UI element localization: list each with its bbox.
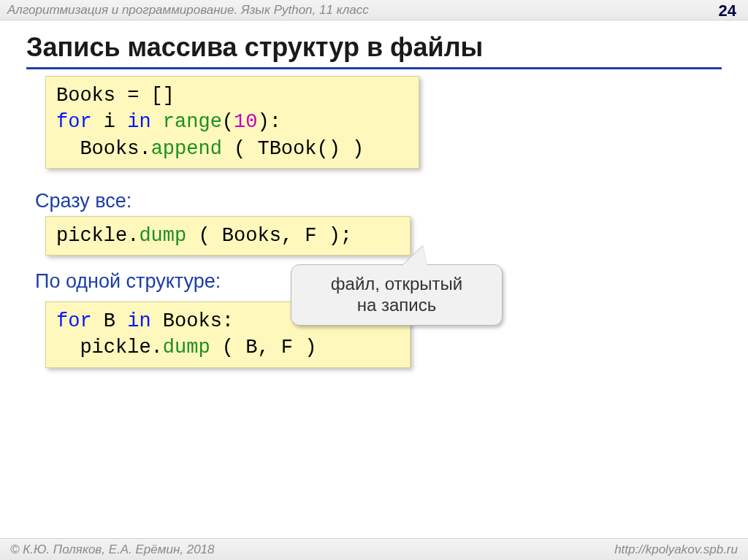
page-title: Запись массива структур в файлы — [26, 32, 722, 69]
code-text: ( — [222, 111, 234, 133]
keyword-for: for — [56, 111, 92, 133]
code-line: Books = [] — [56, 85, 175, 107]
func-range: range — [163, 111, 222, 133]
keyword-for: for — [56, 310, 92, 332]
header-bar: Алгоритмизация и программирование. Язык … — [0, 0, 748, 20]
subtitle-each: По одной структуре: — [35, 270, 221, 293]
code-text: ( TBook() ) — [222, 138, 364, 160]
footer-copyright: © К.Ю. Поляков, Е.А. Ерёмин, 2018 — [10, 542, 215, 557]
page-number: 24 — [719, 1, 736, 20]
footer-url: http://kpolyakov.spb.ru — [614, 542, 738, 557]
code-text: Books: — [151, 310, 234, 332]
callout-line: на запись — [299, 295, 495, 316]
code-block-init: Books = [] for i in range(10): Books.app… — [45, 76, 419, 169]
course-label: Алгоритмизация и программирование. Язык … — [7, 3, 369, 18]
footer-bar: © К.Ю. Поляков, Е.А. Ерёмин, 2018 http:/… — [0, 538, 748, 560]
callout-line: файл, открытый — [299, 274, 495, 295]
code-text — [151, 111, 163, 133]
method-append: append — [151, 138, 222, 160]
code-text: ): — [257, 111, 280, 133]
code-text: pickle. — [56, 225, 139, 247]
code-text: ( Books, F ); — [186, 225, 352, 247]
callout-bubble: файл, открытый на запись — [291, 264, 503, 326]
keyword-in: in — [127, 310, 150, 332]
keyword-in: in — [127, 111, 150, 133]
code-text: B — [92, 310, 128, 332]
subtitle-all: Сразу все: — [35, 190, 131, 212]
code-text: Books. — [56, 138, 151, 160]
code-block-dump-all: pickle.dump ( Books, F ); — [45, 216, 411, 256]
code-text: i — [92, 111, 128, 133]
method-dump: dump — [163, 337, 210, 358]
number-literal: 10 — [234, 111, 257, 133]
code-text: ( B, F ) — [210, 337, 317, 358]
slide: Алгоритмизация и программирование. Язык … — [0, 0, 748, 560]
method-dump: dump — [139, 225, 186, 247]
code-text: pickle. — [56, 337, 163, 358]
